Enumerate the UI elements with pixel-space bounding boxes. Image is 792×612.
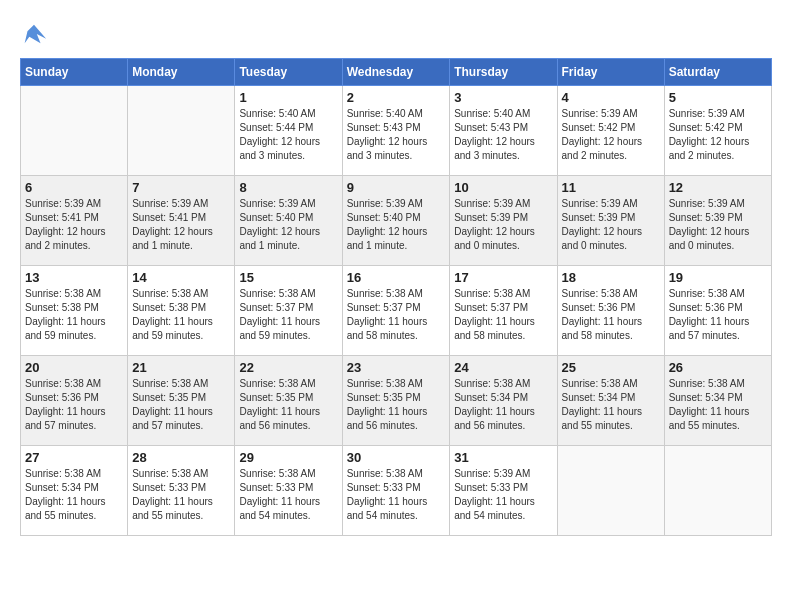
calendar-cell: 8Sunrise: 5:39 AMSunset: 5:40 PMDaylight…	[235, 176, 342, 266]
calendar-cell	[664, 446, 771, 536]
calendar-cell: 14Sunrise: 5:38 AMSunset: 5:38 PMDayligh…	[128, 266, 235, 356]
calendar-cell: 3Sunrise: 5:40 AMSunset: 5:43 PMDaylight…	[450, 86, 557, 176]
calendar-week-row: 1Sunrise: 5:40 AMSunset: 5:44 PMDaylight…	[21, 86, 772, 176]
day-info: Sunrise: 5:38 AMSunset: 5:33 PMDaylight:…	[132, 467, 230, 523]
calendar-cell: 17Sunrise: 5:38 AMSunset: 5:37 PMDayligh…	[450, 266, 557, 356]
calendar-cell: 21Sunrise: 5:38 AMSunset: 5:35 PMDayligh…	[128, 356, 235, 446]
day-number: 4	[562, 90, 660, 105]
day-info: Sunrise: 5:40 AMSunset: 5:43 PMDaylight:…	[454, 107, 552, 163]
day-number: 1	[239, 90, 337, 105]
day-info: Sunrise: 5:38 AMSunset: 5:37 PMDaylight:…	[454, 287, 552, 343]
day-number: 9	[347, 180, 446, 195]
calendar-header-row: SundayMondayTuesdayWednesdayThursdayFrid…	[21, 59, 772, 86]
calendar-cell: 26Sunrise: 5:38 AMSunset: 5:34 PMDayligh…	[664, 356, 771, 446]
header-friday: Friday	[557, 59, 664, 86]
day-info: Sunrise: 5:40 AMSunset: 5:43 PMDaylight:…	[347, 107, 446, 163]
day-info: Sunrise: 5:39 AMSunset: 5:40 PMDaylight:…	[239, 197, 337, 253]
calendar-cell: 13Sunrise: 5:38 AMSunset: 5:38 PMDayligh…	[21, 266, 128, 356]
day-info: Sunrise: 5:38 AMSunset: 5:35 PMDaylight:…	[132, 377, 230, 433]
day-info: Sunrise: 5:39 AMSunset: 5:42 PMDaylight:…	[562, 107, 660, 163]
calendar-cell	[128, 86, 235, 176]
day-number: 10	[454, 180, 552, 195]
day-number: 16	[347, 270, 446, 285]
day-number: 24	[454, 360, 552, 375]
day-number: 21	[132, 360, 230, 375]
day-number: 11	[562, 180, 660, 195]
day-number: 19	[669, 270, 767, 285]
calendar-cell: 29Sunrise: 5:38 AMSunset: 5:33 PMDayligh…	[235, 446, 342, 536]
calendar-cell: 31Sunrise: 5:39 AMSunset: 5:33 PMDayligh…	[450, 446, 557, 536]
day-info: Sunrise: 5:38 AMSunset: 5:33 PMDaylight:…	[239, 467, 337, 523]
day-info: Sunrise: 5:38 AMSunset: 5:37 PMDaylight:…	[239, 287, 337, 343]
calendar-cell: 1Sunrise: 5:40 AMSunset: 5:44 PMDaylight…	[235, 86, 342, 176]
calendar-week-row: 6Sunrise: 5:39 AMSunset: 5:41 PMDaylight…	[21, 176, 772, 266]
calendar-cell: 18Sunrise: 5:38 AMSunset: 5:36 PMDayligh…	[557, 266, 664, 356]
calendar-cell: 16Sunrise: 5:38 AMSunset: 5:37 PMDayligh…	[342, 266, 450, 356]
calendar-cell	[557, 446, 664, 536]
day-info: Sunrise: 5:39 AMSunset: 5:39 PMDaylight:…	[562, 197, 660, 253]
calendar-cell: 12Sunrise: 5:39 AMSunset: 5:39 PMDayligh…	[664, 176, 771, 266]
day-number: 22	[239, 360, 337, 375]
day-info: Sunrise: 5:39 AMSunset: 5:41 PMDaylight:…	[25, 197, 123, 253]
header	[20, 20, 772, 48]
day-info: Sunrise: 5:38 AMSunset: 5:34 PMDaylight:…	[25, 467, 123, 523]
day-info: Sunrise: 5:38 AMSunset: 5:35 PMDaylight:…	[239, 377, 337, 433]
calendar-cell: 10Sunrise: 5:39 AMSunset: 5:39 PMDayligh…	[450, 176, 557, 266]
calendar-cell: 9Sunrise: 5:39 AMSunset: 5:40 PMDaylight…	[342, 176, 450, 266]
day-info: Sunrise: 5:39 AMSunset: 5:41 PMDaylight:…	[132, 197, 230, 253]
day-info: Sunrise: 5:39 AMSunset: 5:33 PMDaylight:…	[454, 467, 552, 523]
day-info: Sunrise: 5:38 AMSunset: 5:38 PMDaylight:…	[25, 287, 123, 343]
calendar-cell: 23Sunrise: 5:38 AMSunset: 5:35 PMDayligh…	[342, 356, 450, 446]
day-info: Sunrise: 5:38 AMSunset: 5:34 PMDaylight:…	[562, 377, 660, 433]
day-number: 23	[347, 360, 446, 375]
day-number: 15	[239, 270, 337, 285]
day-number: 31	[454, 450, 552, 465]
day-number: 3	[454, 90, 552, 105]
calendar-cell: 19Sunrise: 5:38 AMSunset: 5:36 PMDayligh…	[664, 266, 771, 356]
day-number: 25	[562, 360, 660, 375]
day-number: 5	[669, 90, 767, 105]
calendar-cell: 4Sunrise: 5:39 AMSunset: 5:42 PMDaylight…	[557, 86, 664, 176]
calendar-cell: 25Sunrise: 5:38 AMSunset: 5:34 PMDayligh…	[557, 356, 664, 446]
day-info: Sunrise: 5:38 AMSunset: 5:34 PMDaylight:…	[669, 377, 767, 433]
calendar-cell: 15Sunrise: 5:38 AMSunset: 5:37 PMDayligh…	[235, 266, 342, 356]
calendar-cell: 24Sunrise: 5:38 AMSunset: 5:34 PMDayligh…	[450, 356, 557, 446]
header-thursday: Thursday	[450, 59, 557, 86]
day-info: Sunrise: 5:39 AMSunset: 5:40 PMDaylight:…	[347, 197, 446, 253]
calendar-week-row: 13Sunrise: 5:38 AMSunset: 5:38 PMDayligh…	[21, 266, 772, 356]
day-info: Sunrise: 5:38 AMSunset: 5:36 PMDaylight:…	[562, 287, 660, 343]
day-info: Sunrise: 5:38 AMSunset: 5:37 PMDaylight:…	[347, 287, 446, 343]
day-info: Sunrise: 5:38 AMSunset: 5:36 PMDaylight:…	[669, 287, 767, 343]
header-sunday: Sunday	[21, 59, 128, 86]
svg-marker-0	[22, 25, 46, 44]
calendar-cell	[21, 86, 128, 176]
calendar-cell: 22Sunrise: 5:38 AMSunset: 5:35 PMDayligh…	[235, 356, 342, 446]
calendar-cell: 6Sunrise: 5:39 AMSunset: 5:41 PMDaylight…	[21, 176, 128, 266]
day-info: Sunrise: 5:38 AMSunset: 5:36 PMDaylight:…	[25, 377, 123, 433]
day-info: Sunrise: 5:38 AMSunset: 5:33 PMDaylight:…	[347, 467, 446, 523]
calendar-cell: 27Sunrise: 5:38 AMSunset: 5:34 PMDayligh…	[21, 446, 128, 536]
day-number: 27	[25, 450, 123, 465]
day-number: 26	[669, 360, 767, 375]
day-number: 28	[132, 450, 230, 465]
day-number: 2	[347, 90, 446, 105]
calendar-cell: 5Sunrise: 5:39 AMSunset: 5:42 PMDaylight…	[664, 86, 771, 176]
day-info: Sunrise: 5:40 AMSunset: 5:44 PMDaylight:…	[239, 107, 337, 163]
day-info: Sunrise: 5:38 AMSunset: 5:38 PMDaylight:…	[132, 287, 230, 343]
day-number: 17	[454, 270, 552, 285]
calendar-cell: 20Sunrise: 5:38 AMSunset: 5:36 PMDayligh…	[21, 356, 128, 446]
calendar-cell: 11Sunrise: 5:39 AMSunset: 5:39 PMDayligh…	[557, 176, 664, 266]
day-number: 20	[25, 360, 123, 375]
calendar-cell: 28Sunrise: 5:38 AMSunset: 5:33 PMDayligh…	[128, 446, 235, 536]
day-number: 14	[132, 270, 230, 285]
calendar: SundayMondayTuesdayWednesdayThursdayFrid…	[20, 58, 772, 536]
day-info: Sunrise: 5:39 AMSunset: 5:39 PMDaylight:…	[454, 197, 552, 253]
day-info: Sunrise: 5:39 AMSunset: 5:39 PMDaylight:…	[669, 197, 767, 253]
header-monday: Monday	[128, 59, 235, 86]
calendar-cell: 7Sunrise: 5:39 AMSunset: 5:41 PMDaylight…	[128, 176, 235, 266]
calendar-week-row: 20Sunrise: 5:38 AMSunset: 5:36 PMDayligh…	[21, 356, 772, 446]
day-number: 7	[132, 180, 230, 195]
header-saturday: Saturday	[664, 59, 771, 86]
logo	[20, 20, 52, 48]
day-number: 30	[347, 450, 446, 465]
